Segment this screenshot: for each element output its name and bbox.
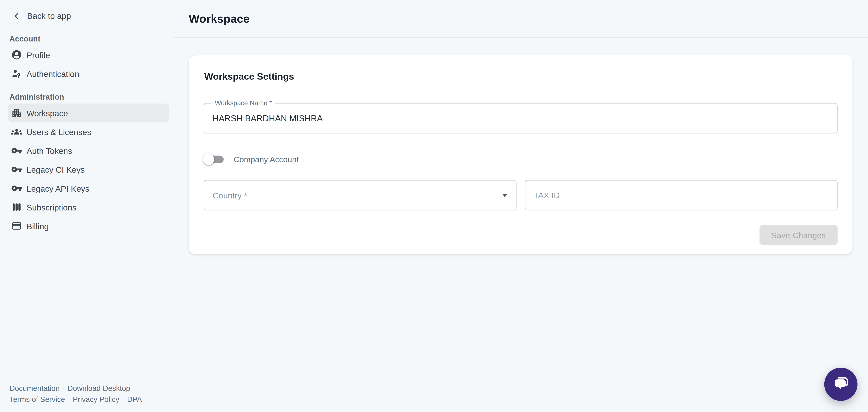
sidebar-item-profile[interactable]: Profile	[8, 46, 169, 64]
company-account-label: Company Account	[234, 155, 299, 164]
footer-row-2: Terms of Service·Privacy Policy·DPA	[9, 394, 142, 405]
settings-sidebar: Back to app Account Profile Authenticati…	[0, 0, 175, 412]
company-account-row: Company Account	[204, 153, 837, 166]
sidebar-item-legacy-ci-keys[interactable]: Legacy CI Keys	[8, 160, 169, 179]
toggle-thumb	[203, 154, 214, 165]
footer-separator: ·	[62, 385, 64, 393]
sidebar-item-label: Legacy API Keys	[27, 183, 89, 193]
download-desktop-link[interactable]: Download Desktop	[67, 384, 130, 393]
sidebar-item-label: Billing	[27, 221, 49, 231]
credit-card-icon	[11, 220, 22, 231]
card-title: Workspace Settings	[204, 71, 838, 83]
account-circle-icon	[11, 49, 22, 60]
main-area: Workspace Workspace Settings Workspace N…	[175, 0, 868, 412]
sidebar-item-auth-tokens[interactable]: Auth Tokens	[8, 141, 169, 160]
groups-icon	[11, 126, 22, 137]
sidebar-item-label: Workspace	[27, 108, 68, 118]
sidebar-item-subscriptions[interactable]: Subscriptions	[8, 198, 169, 216]
dpa-link[interactable]: DPA	[127, 395, 142, 404]
country-tax-row: Country *	[204, 180, 837, 210]
person-key-icon	[11, 68, 22, 79]
back-to-app-label: Back to app	[27, 11, 71, 21]
terms-of-service-link[interactable]: Terms of Service	[9, 395, 65, 404]
page-header: Workspace	[175, 0, 868, 38]
sidebar-item-label: Profile	[27, 50, 50, 60]
tax-id-field	[525, 180, 838, 210]
sidebar-item-legacy-api-keys[interactable]: Legacy API Keys	[8, 179, 169, 198]
section-title-account: Account	[9, 34, 174, 43]
country-select[interactable]: Country *	[204, 180, 516, 210]
building-icon	[11, 107, 22, 118]
key-icon	[11, 145, 22, 156]
chat-launcher-button[interactable]	[824, 367, 857, 401]
card-actions: Save Changes	[204, 225, 837, 245]
save-changes-button[interactable]: Save Changes	[760, 225, 838, 245]
footer-separator: ·	[68, 396, 70, 404]
chevron-left-icon	[12, 11, 21, 20]
sidebar-item-label: Authentication	[27, 69, 79, 79]
back-to-app-button[interactable]: Back to app	[12, 11, 174, 21]
sidebar-item-label: Users & Licenses	[27, 127, 91, 137]
company-account-toggle[interactable]	[204, 153, 225, 166]
workspace-name-input[interactable]	[204, 104, 837, 133]
sidebar-item-authentication[interactable]: Authentication	[8, 64, 169, 83]
dropdown-arrow-icon	[502, 194, 507, 197]
workspace-name-field: Workspace Name *	[204, 103, 837, 133]
footer-row-1: Documentation·Download Desktop	[9, 383, 142, 394]
key-icon	[11, 183, 22, 194]
sidebar-item-label: Legacy CI Keys	[27, 165, 85, 174]
workspace-settings-card: Workspace Settings Workspace Name * Comp…	[189, 55, 852, 254]
footer-separator: ·	[122, 396, 124, 404]
tax-id-input[interactable]	[525, 180, 837, 210]
sidebar-item-users-licenses[interactable]: Users & Licenses	[8, 122, 169, 141]
sidebar-item-billing[interactable]: Billing	[8, 216, 169, 235]
privacy-policy-link[interactable]: Privacy Policy	[73, 395, 119, 404]
sidebar-item-label: Auth Tokens	[27, 146, 72, 155]
sidebar-item-workspace[interactable]: Workspace	[8, 104, 169, 122]
page-title: Workspace	[189, 12, 250, 25]
columns-icon	[11, 202, 22, 213]
app-root: Back to app Account Profile Authenticati…	[0, 0, 868, 412]
key-icon	[11, 164, 22, 175]
documentation-link[interactable]: Documentation	[9, 384, 60, 393]
sidebar-item-label: Subscriptions	[27, 202, 76, 212]
section-title-administration: Administration	[9, 92, 174, 101]
sidebar-footer: Documentation·Download Desktop Terms of …	[9, 383, 142, 405]
country-label: Country *	[213, 190, 247, 200]
chat-bubbles-icon	[832, 375, 849, 394]
